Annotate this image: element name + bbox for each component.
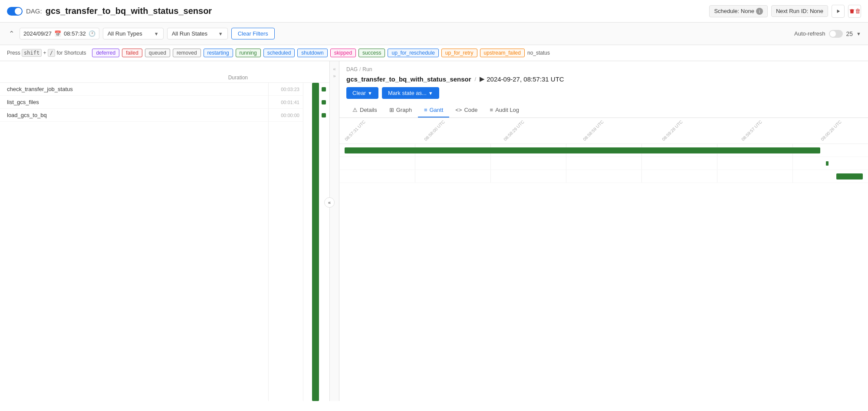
run-states-label: All Run States [172, 30, 207, 37]
duration-val-1: 00:03:23 [269, 83, 303, 96]
refresh-chevron[interactable]: ▼ [856, 31, 861, 36]
dot-load [322, 113, 326, 117]
badge-skipped[interactable]: skipped [330, 49, 356, 57]
tab-audit-log-label: Audit Log [495, 107, 519, 113]
run-states-chevron: ▼ [218, 31, 223, 36]
run-date-value: 2024-09-27, 08:57:31 UTC [487, 75, 564, 83]
clear-button[interactable]: Clear ▼ [346, 87, 378, 99]
collapse-button[interactable]: ⌃ [7, 29, 16, 39]
badge-removed[interactable]: removed [173, 49, 201, 57]
dot-check [322, 87, 326, 91]
run-separator: / [475, 76, 477, 82]
refresh-interval: 25 [846, 30, 853, 37]
svg-marker-0 [837, 9, 840, 13]
filter-bar: ⌃ 2024/09/27 📅 08:57:32 🕐 All Run Types … [0, 23, 868, 45]
duration-header: Duration [217, 75, 251, 82]
plus-sign: + [43, 50, 47, 56]
duration-val-3: 00:00:00 [269, 109, 303, 122]
badge-success[interactable]: success [358, 49, 385, 57]
info-icon[interactable]: i [756, 8, 763, 15]
run-types-label: All Run Types [108, 30, 142, 37]
divider-arrow-left[interactable]: « [333, 66, 335, 72]
gantt-time-header: 08:57:31 UTC 08:58:00 UTC 08:58:29 UTC 0… [339, 118, 868, 144]
mini-bars-col [303, 83, 329, 401]
auto-refresh-toggle[interactable] [829, 30, 843, 38]
tab-code-label: Code [464, 107, 477, 113]
gantt-row-check [339, 144, 868, 157]
dag-toggle[interactable] [7, 7, 23, 16]
top-header: DAG: gcs_transfer_to_bq_with_status_sens… [0, 0, 868, 23]
badge-shutdown[interactable]: shutdown [297, 49, 327, 57]
tab-details[interactable]: ⚠ Details [346, 103, 383, 117]
clear-chevron-icon: ▼ [368, 91, 372, 96]
dag-name: gcs_transfer_to_bq_with_status_sensor [46, 6, 212, 16]
shortcut-text: for Shortcuts [56, 50, 86, 56]
task-row-list: list_gcs_files [0, 96, 268, 109]
next-run-badge: Next Run ID: None [771, 5, 828, 17]
action-buttons: Clear ▼ Mark state as... ▼ [346, 87, 861, 99]
run-states-dropdown[interactable]: All Run States ▼ [167, 28, 228, 39]
dag-label: DAG: [26, 7, 42, 15]
run-info: gcs_transfer_to_bq_with_status_sensor / … [346, 75, 861, 83]
main-content: Duration check_transfer_job_status list [0, 61, 868, 401]
duration-val-2: 00:01:41 [269, 96, 303, 109]
tab-details-label: Details [360, 107, 377, 113]
clear-filters-button[interactable]: Clear Filters [231, 28, 275, 39]
right-panel-header: DAG / Run gcs_transfer_to_bq_with_status… [339, 61, 868, 118]
divider-arrow-right[interactable]: » [333, 73, 335, 78]
badge-up-for-reschedule[interactable]: up_for_reschedule [388, 49, 438, 57]
tab-code[interactable]: <> Code [449, 103, 483, 117]
gantt-bar-load[interactable] [836, 173, 863, 179]
breadcrumb-dag: DAG [346, 66, 358, 72]
time-label-3: 08:58:29 UTC [503, 118, 559, 142]
run-types-dropdown[interactable]: All Run Types ▼ [103, 28, 164, 39]
tab-gantt[interactable]: ≡ Gantt [418, 103, 449, 117]
badge-restarting[interactable]: restarting [204, 49, 233, 57]
badge-deferred[interactable]: deferred [92, 49, 119, 57]
gantt-right-content: 08:57:31 UTC 08:58:00 UTC 08:58:29 UTC 0… [339, 118, 868, 401]
auto-refresh-section: Auto-refresh 25 ▼ [794, 30, 861, 38]
badge-upstream-failed[interactable]: upstream_failed [480, 49, 525, 57]
dag-title-section: DAG: gcs_transfer_to_bq_with_status_sens… [7, 6, 212, 16]
shift-key: shift [22, 49, 42, 57]
header-right: Schedule: None i Next Run ID: None 🗑 [709, 5, 861, 18]
task-row-load: load_gcs_to_bq [0, 109, 268, 122]
duration-col: 00:03:23 00:01:41 00:00:00 [269, 83, 303, 401]
tabs: ⚠ Details ⊞ Graph ≡ Gantt <> Code ≡ Au [346, 103, 861, 117]
run-dag-name: gcs_transfer_to_bq_with_status_sensor [346, 75, 471, 83]
gantt-bar-check[interactable] [345, 147, 820, 153]
auto-refresh-label: Auto-refresh [794, 30, 825, 37]
dot-list [322, 100, 326, 104]
slash-key: / [48, 49, 55, 57]
badge-failed[interactable]: failed [122, 49, 142, 57]
clock-icon: 🕐 [89, 30, 95, 37]
gantt-bar-list[interactable] [826, 161, 829, 166]
date-value: 2024/09/27 [23, 30, 52, 37]
shortcut-hint: Press shift + / for Shortcuts [7, 50, 86, 56]
tab-audit-log[interactable]: ≡ Audit Log [484, 103, 526, 117]
badge-no-status[interactable]: no_status [527, 50, 550, 56]
run-play-icon: ▶ [480, 75, 485, 83]
delete-button[interactable]: 🗑 [848, 5, 861, 18]
task-names-col: check_transfer_job_status list_gcs_files… [0, 83, 269, 401]
tab-gantt-label: Gantt [429, 107, 443, 113]
clear-btn-label: Clear [352, 90, 366, 96]
task-name-check: check_transfer_job_status [7, 86, 73, 92]
mark-state-chevron-icon: ▼ [428, 91, 433, 96]
tab-graph[interactable]: ⊞ Graph [383, 103, 418, 117]
time-label-4: 08:58:59 UTC [582, 118, 638, 142]
badge-queued[interactable]: queued [145, 49, 170, 57]
status-bar: Press shift + / for Shortcuts deferred f… [0, 45, 868, 61]
schedule-badge: Schedule: None i [709, 5, 768, 17]
mark-state-button[interactable]: Mark state as... ▼ [382, 87, 439, 99]
details-icon: ⚠ [352, 107, 358, 113]
date-input-field[interactable]: 2024/09/27 📅 08:57:32 🕐 [20, 28, 99, 39]
badge-running[interactable]: running [236, 49, 261, 57]
badge-up-for-retry[interactable]: up_for_retry [441, 49, 477, 57]
calendar-icon: 📅 [54, 30, 61, 37]
next-run-label: Next Run ID: None [776, 8, 823, 14]
panel-collapse-left[interactable]: « [324, 197, 335, 208]
time-value: 08:57:32 [64, 30, 86, 37]
badge-scheduled[interactable]: scheduled [263, 49, 295, 57]
play-button[interactable] [832, 5, 845, 18]
